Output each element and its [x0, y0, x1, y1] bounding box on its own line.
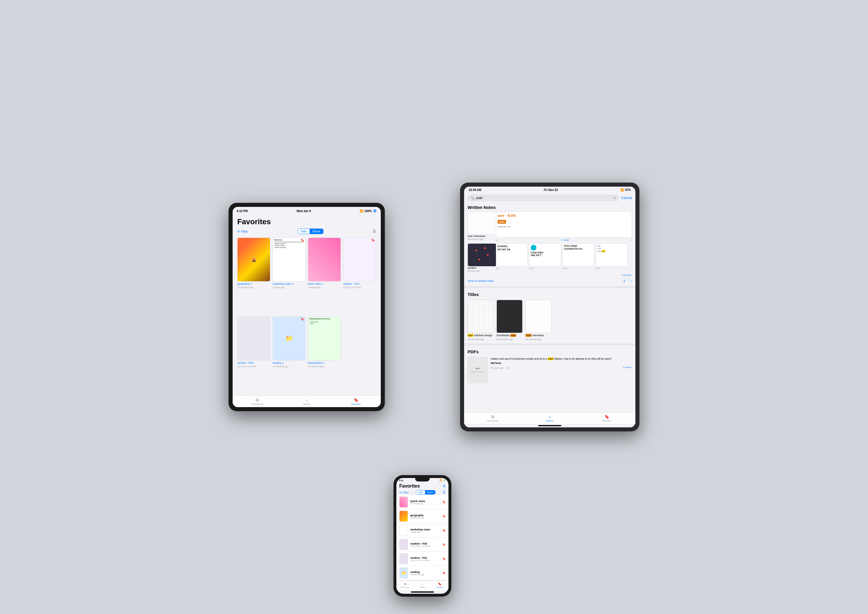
bookmark-marketing: 🔖 — [301, 239, 304, 242]
phone-info-marketing: marketing notes 2 hours ago — [410, 528, 438, 533]
phone-item-quicknotes[interactable]: Quick notes 2 minutes ago › 🔖 — [397, 495, 448, 509]
note-thumb-reading: 📁 🔖 — [273, 316, 305, 361]
divider-1 — [464, 286, 636, 288]
phone-date-random91: 12/12/2018, 11:48 AM — [410, 559, 438, 561]
wn-random-p20[interactable]: NON-USERSGOODNOTES P3.. p.20 — [563, 243, 594, 270]
phone-item-marketing[interactable]: marketing notes 2 hours ago › 🔖 — [397, 523, 448, 538]
highlight-user-pdf: user — [548, 357, 553, 360]
tab-documents-left[interactable]: ⊞ Documents — [232, 396, 282, 407]
pdf-result-footer: 1 result › — [623, 366, 632, 369]
written-notes-section-title: Written Notes — [468, 203, 632, 211]
clear-search-button[interactable]: ✕ — [613, 196, 616, 200]
show-all-doc-icon: 📄 — [626, 279, 630, 282]
phone-actions-random55: › 🔖 — [441, 543, 446, 546]
time-left: 6:12 PM — [237, 209, 248, 213]
wn-interviews-card[interactable]: User interviews 36 minutes ago — [468, 211, 494, 240]
tab-favorites-phone[interactable]: 🔖 Favorites — [431, 581, 448, 589]
pdf-thumb-w9[interactable]: W-9 Request for Taxpayer — [468, 357, 488, 383]
note-reading[interactable]: 📁 🔖 reading ∨ 16 minutes ago — [273, 316, 305, 393]
gear-icon-left[interactable]: ⚙ — [373, 209, 377, 213]
status-icons-right: 📶 57% — [620, 188, 631, 192]
chevron-reading: › — [441, 571, 442, 574]
phone-sort-buttons: Date Name — [416, 490, 436, 495]
tab-search-phone[interactable]: ⌕ Search — [414, 581, 431, 589]
wn-interviews-footer: p.2 1 result › — [496, 239, 632, 242]
wn-random-card[interactable]: random An hour ago — [468, 243, 494, 272]
wn-random-p5-thumb: (USERS)DO WE S& — [496, 243, 528, 267]
filter-button-left[interactable]: ⊘ Filter — [237, 229, 248, 233]
search-bar-row: 🔍 user ✕ Cancel — [464, 193, 636, 203]
status-bar-right: 10:49 AM Fri Nov 23 📶 57% — [464, 187, 636, 193]
phone-notch — [415, 478, 430, 481]
phone-filter-icon: ⊘ — [399, 491, 401, 494]
tab-documents-label-right: Documents — [487, 420, 498, 422]
show-all-count: 4 — [623, 279, 625, 283]
tab-favorites-left[interactable]: 🔖 Favorites — [331, 396, 381, 407]
chevron-marketing: › — [441, 529, 442, 532]
tab-search-left[interactable]: ⌕ Search — [282, 396, 332, 407]
search-icon-phone: ⌕ — [422, 582, 423, 586]
note-thumb-quicknotes — [308, 237, 341, 282]
list-icon-left[interactable]: ☰ — [373, 229, 376, 234]
phone-date-quicknotes: 2 minutes ago — [410, 502, 438, 505]
favorites-icon-phone: 🔖 — [438, 582, 442, 586]
note-random55[interactable]: 🔖 random - P.55 12/7/18, 2:49 PM — [343, 237, 376, 314]
note-geography[interactable]: 🌋 geography ∨ 16 minutes ago — [237, 237, 270, 314]
phone-sort-name[interactable]: Name — [425, 490, 435, 494]
highlight-user-int: User — [525, 334, 532, 337]
note-marketing[interactable]: Marketing • Market research • Brand stra… — [273, 237, 305, 314]
phone-list-icon[interactable]: ☰ — [443, 490, 446, 494]
note-date-marketing: 2 hours ago — [273, 286, 285, 289]
tablet-right: 10:49 AM Fri Nov 23 📶 57% 🔍 user ✕ Cance… — [460, 183, 639, 431]
search-icon-left: ⌕ — [305, 398, 308, 402]
phone-thumb-reading: 📁 — [399, 567, 408, 578]
wn-random-p21[interactable]: whets ormore user p.21 — [596, 243, 628, 270]
sort-date-left[interactable]: Date — [298, 229, 310, 234]
title-date-interviews: 35 minutes ago — [525, 338, 552, 341]
phone-thumb-quicknotes — [399, 496, 408, 507]
star-random91: 🔖 — [442, 557, 446, 560]
random-chevron: › — [631, 273, 632, 277]
wn-random-date: An hour ago — [468, 270, 494, 272]
phone-date-reading: 30 seconds ago — [410, 574, 438, 575]
random-result-count: 6 results — [622, 274, 630, 276]
phone-item-random91[interactable]: random - P.91 12/12/2018, 11:48 AM › 🔖 — [397, 552, 448, 566]
wn-interviews-count: 1 result — [561, 239, 569, 241]
pdf-date-w9: An hour ago — [491, 367, 504, 369]
title-name-uid: user interface design — [468, 334, 494, 337]
cancel-search-button[interactable]: Cancel — [621, 196, 632, 200]
phone-thumb-geography — [399, 511, 408, 522]
tab-favorites-right[interactable]: 🔖 Favorites — [578, 412, 636, 424]
wn-random-p19[interactable]: USER WHOARE DN T p.19 — [529, 243, 561, 270]
note-quicknotes[interactable]: quick notes ∨ 3 weeks ago — [308, 237, 341, 314]
tab-documents-phone[interactable]: ⊞ Documents — [397, 581, 414, 589]
search-input-container[interactable]: 🔍 user ✕ — [468, 194, 619, 202]
title-card-goodnotes[interactable]: GoodNotes user 56 seconds ago — [496, 300, 522, 341]
home-indicator-phone — [411, 591, 434, 592]
phone-item-geography[interactable]: geography 16 minutes ago › 🔖 — [397, 509, 448, 523]
search-icon-right-tab: ⌕ — [549, 414, 551, 419]
note-transpiration[interactable]: Transpiration Process ↑ Water vapor ↓ Ro… — [308, 316, 341, 393]
tab-documents-right[interactable]: ⊞ Documents — [464, 412, 521, 424]
phone-item-reading[interactable]: 📁 reading 30 seconds ago › 🔖 — [397, 566, 448, 580]
tab-search-right[interactable]: ⌕ Search — [521, 412, 578, 424]
phone-sort-date[interactable]: Date — [416, 490, 425, 494]
wn-random-p21-thumb: whets ormore user — [596, 243, 628, 267]
search-query[interactable]: user — [476, 196, 612, 200]
show-all-written-notes-button[interactable]: Show All Written Notes — [468, 279, 494, 282]
phone-gear-icon[interactable]: ⚙ — [443, 484, 446, 488]
title-card-uid[interactable]: user interface design 15 seconds ago — [468, 300, 494, 341]
note-random89[interactable]: random - P.89 12/17/18, 2:49 PM — [237, 316, 270, 393]
phone-item-random55[interactable]: random - P.55 12/12/2018, 11:48 AM › 🔖 — [397, 538, 448, 552]
phone-info-random91: random - P.91 12/12/2018, 11:48 AM — [410, 557, 438, 561]
title-date-goodnotes: 56 seconds ago — [496, 338, 522, 341]
favorites-content-left: Favorites ⊘ Filter Date Name ☰ — [232, 215, 381, 395]
wn-random-p5[interactable]: (USERS)DO WE S& p.5 — [496, 243, 528, 270]
bookmark-random55: 🔖 — [371, 239, 375, 242]
title-card-interviews[interactable]: User interviews 35 minutes ago — [525, 300, 552, 341]
note-label-transpiration: transpiration ∨ — [308, 361, 325, 364]
wn-interviews-meta: user - KIM. user wedical / bo — [496, 211, 632, 237]
sort-name-left[interactable]: Name — [310, 229, 323, 234]
tab-documents-label-left: Documents — [251, 403, 263, 405]
phone-filter-btn[interactable]: ⊘ Filter — [399, 491, 409, 494]
